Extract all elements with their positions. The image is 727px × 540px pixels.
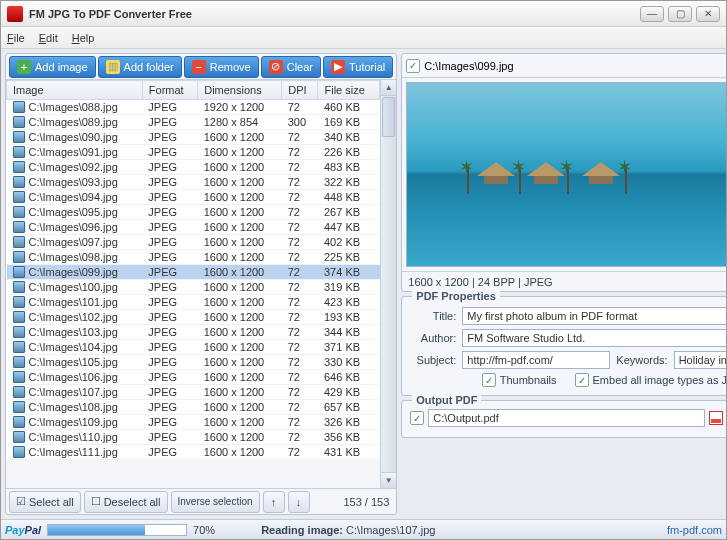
- image-file-icon: [13, 341, 25, 353]
- app-icon: [7, 6, 23, 22]
- output-path-input[interactable]: [428, 409, 704, 427]
- subject-label: Subject:: [410, 354, 456, 366]
- output-pdf-group: Output PDF ✓ ⋯ ▶Start: [401, 400, 726, 438]
- image-file-icon: [13, 401, 25, 413]
- col-dimensions[interactable]: Dimensions: [198, 81, 282, 100]
- window-title: FM JPG To PDF Converter Free: [29, 8, 640, 20]
- menu-edit[interactable]: Edit: [39, 32, 58, 44]
- col-format[interactable]: Format: [142, 81, 197, 100]
- keywords-input[interactable]: [674, 351, 726, 369]
- image-file-icon: [13, 176, 25, 188]
- clear-icon: ⊘: [269, 60, 283, 74]
- table-row[interactable]: C:\Images\097.jpgJPEG1600 x 120072402 KB: [7, 235, 380, 250]
- minimize-button[interactable]: —: [640, 6, 664, 22]
- image-file-icon: [13, 446, 25, 458]
- table-row[interactable]: C:\Images\110.jpgJPEG1600 x 120072356 KB: [7, 430, 380, 445]
- add-image-button[interactable]: +Add image: [9, 56, 96, 78]
- add-folder-button[interactable]: ▥Add folder: [98, 56, 182, 78]
- scroll-up-icon[interactable]: ▲: [381, 80, 396, 96]
- col-dpi[interactable]: DPI: [282, 81, 318, 100]
- minus-icon: −: [192, 60, 206, 74]
- tutorial-button[interactable]: ▶Tutorial: [323, 56, 393, 78]
- table-row[interactable]: C:\Images\105.jpgJPEG1600 x 120072330 KB: [7, 355, 380, 370]
- embed-jpeg-checkbox[interactable]: ✓Embed all image types as JPEG: [575, 373, 726, 387]
- image-file-icon: [13, 236, 25, 248]
- image-file-icon: [13, 296, 25, 308]
- folder-icon: ▥: [106, 60, 120, 74]
- table-row[interactable]: C:\Images\107.jpgJPEG1600 x 120072429 KB: [7, 385, 380, 400]
- menu-file[interactable]: File: [7, 32, 25, 44]
- image-file-icon: [13, 356, 25, 368]
- table-row[interactable]: C:\Images\103.jpgJPEG1600 x 120072344 KB: [7, 325, 380, 340]
- table-row[interactable]: C:\Images\091.jpgJPEG1600 x 120072226 KB: [7, 145, 380, 160]
- menu-help[interactable]: Help: [72, 32, 95, 44]
- image-file-icon: [13, 131, 25, 143]
- image-file-icon: [13, 206, 25, 218]
- website-link[interactable]: fm-pdf.com: [667, 524, 722, 536]
- image-file-icon: [13, 371, 25, 383]
- table-row[interactable]: C:\Images\104.jpgJPEG1600 x 120072371 KB: [7, 340, 380, 355]
- table-row[interactable]: C:\Images\088.jpgJPEG1920 x 120072460 KB: [7, 100, 380, 115]
- main-toolbar: +Add image ▥Add folder −Remove ⊘Clear ▶T…: [6, 54, 396, 80]
- move-up-button[interactable]: ↑: [263, 491, 285, 513]
- arrow-up-icon: ↑: [271, 496, 277, 508]
- maximize-button[interactable]: ▢: [668, 6, 692, 22]
- statusbar: PayPal 70% Reading image: C:\Images\107.…: [1, 519, 726, 539]
- pdf-properties-group: PDF Properties Title: Author: Subject: K…: [401, 296, 726, 396]
- table-row[interactable]: C:\Images\089.jpgJPEG1280 x 854300169 KB: [7, 115, 380, 130]
- image-file-icon: [13, 146, 25, 158]
- table-row[interactable]: C:\Images\095.jpgJPEG1600 x 120072267 KB: [7, 205, 380, 220]
- scroll-thumb[interactable]: [382, 97, 395, 137]
- table-row[interactable]: C:\Images\101.jpgJPEG1600 x 120072423 KB: [7, 295, 380, 310]
- preview-info: 1600 x 1200 | 24 BPP | JPEG: [408, 276, 552, 288]
- table-row[interactable]: C:\Images\096.jpgJPEG1600 x 120072447 KB: [7, 220, 380, 235]
- table-row[interactable]: C:\Images\099.jpgJPEG1600 x 120072374 KB: [7, 265, 380, 280]
- close-button[interactable]: ✕: [696, 6, 720, 22]
- image-file-icon: [13, 281, 25, 293]
- select-all-button[interactable]: ☑Select all: [9, 491, 81, 513]
- vertical-scrollbar[interactable]: ▲ ▼: [380, 80, 396, 488]
- table-row[interactable]: C:\Images\111.jpgJPEG1600 x 120072431 KB: [7, 445, 380, 460]
- paypal-link[interactable]: PayPal: [5, 524, 41, 536]
- table-row[interactable]: C:\Images\108.jpgJPEG1600 x 120072657 KB: [7, 400, 380, 415]
- col-filesize[interactable]: File size: [318, 81, 380, 100]
- table-row[interactable]: C:\Images\090.jpgJPEG1600 x 120072340 KB: [7, 130, 380, 145]
- output-enable-checkbox[interactable]: ✓: [410, 411, 424, 425]
- progress-bar: [47, 524, 187, 536]
- deselect-all-button[interactable]: ☐Deselect all: [84, 491, 168, 513]
- table-row[interactable]: C:\Images\094.jpgJPEG1600 x 120072448 KB: [7, 190, 380, 205]
- table-row[interactable]: C:\Images\109.jpgJPEG1600 x 120072326 KB: [7, 415, 380, 430]
- clear-button[interactable]: ⊘Clear: [261, 56, 321, 78]
- title-label: Title:: [410, 310, 456, 322]
- keywords-label: Keywords:: [616, 354, 667, 366]
- image-file-icon: [13, 311, 25, 323]
- thumbnails-checkbox[interactable]: ✓Thumbnails: [482, 373, 557, 387]
- table-row[interactable]: C:\Images\106.jpgJPEG1600 x 120072646 KB: [7, 370, 380, 385]
- col-image[interactable]: Image: [7, 81, 143, 100]
- move-down-button[interactable]: ↓: [288, 491, 310, 513]
- table-row[interactable]: C:\Images\093.jpgJPEG1600 x 120072322 KB: [7, 175, 380, 190]
- table-row[interactable]: C:\Images\092.jpgJPEG1600 x 120072483 KB: [7, 160, 380, 175]
- image-file-icon: [13, 266, 25, 278]
- image-file-icon: [13, 191, 25, 203]
- image-file-icon: [13, 221, 25, 233]
- scroll-down-icon[interactable]: ▼: [381, 472, 396, 488]
- menubar: File Edit Help: [1, 27, 726, 49]
- table-row[interactable]: C:\Images\098.jpgJPEG1600 x 120072225 KB: [7, 250, 380, 265]
- preview-image: [406, 82, 726, 267]
- remove-button[interactable]: −Remove: [184, 56, 259, 78]
- author-input[interactable]: [462, 329, 726, 347]
- preview-enable-checkbox[interactable]: ✓: [406, 59, 420, 73]
- subject-input[interactable]: [462, 351, 610, 369]
- table-row[interactable]: C:\Images\102.jpgJPEG1600 x 120072193 KB: [7, 310, 380, 325]
- list-bottom-bar: ☑Select all ☐Deselect all Inverse select…: [6, 488, 396, 514]
- app-window: FM JPG To PDF Converter Free — ▢ ✕ File …: [0, 0, 727, 540]
- image-file-icon: [13, 116, 25, 128]
- table-row[interactable]: C:\Images\100.jpgJPEG1600 x 120072319 KB: [7, 280, 380, 295]
- check-icon: ☑: [16, 495, 26, 508]
- image-file-icon: [13, 161, 25, 173]
- invert-selection-button[interactable]: Inverse selection: [171, 491, 260, 513]
- title-input[interactable]: [462, 307, 726, 325]
- titlebar: FM JPG To PDF Converter Free — ▢ ✕: [1, 1, 726, 27]
- image-list[interactable]: Image Format Dimensions DPI File size C:…: [6, 80, 380, 488]
